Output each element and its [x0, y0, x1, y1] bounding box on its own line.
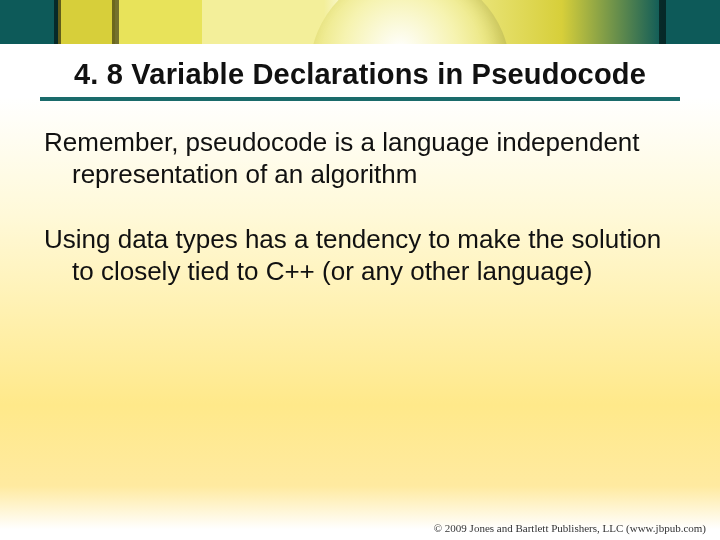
- paragraph-text: Remember, pseudocode is a language indep…: [44, 127, 676, 190]
- slide-body: Remember, pseudocode is a language indep…: [0, 107, 720, 288]
- paragraph-text: Using data types has a tendency to make …: [44, 224, 676, 287]
- slide-title: 4. 8 Variable Declarations in Pseudocode: [40, 58, 680, 91]
- body-paragraph: Remember, pseudocode is a language indep…: [44, 127, 676, 190]
- slide: 4. 8 Variable Declarations in Pseudocode…: [0, 0, 720, 540]
- title-area: 4. 8 Variable Declarations in Pseudocode: [0, 44, 720, 107]
- decorative-banner: [0, 0, 720, 44]
- copyright-footer: © 2009 Jones and Bartlett Publishers, LL…: [434, 522, 706, 534]
- title-underline: [40, 97, 680, 101]
- body-paragraph: Using data types has a tendency to make …: [44, 224, 676, 287]
